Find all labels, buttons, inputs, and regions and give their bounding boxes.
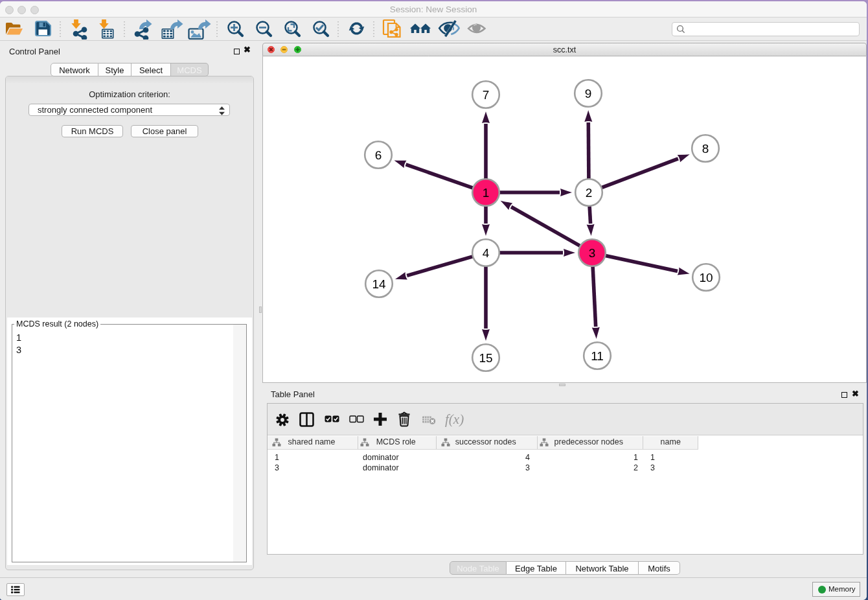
svg-text:9: 9 <box>585 87 592 100</box>
svg-text:7: 7 <box>483 88 490 102</box>
svg-text:4: 4 <box>483 246 490 260</box>
svg-text:14: 14 <box>372 277 386 291</box>
svg-text:3: 3 <box>589 246 596 260</box>
svg-text:1: 1 <box>483 186 490 200</box>
svg-text:2: 2 <box>586 186 593 200</box>
svg-text:f(x): f(x) <box>445 411 464 427</box>
svg-text:11: 11 <box>591 349 604 363</box>
svg-text:6: 6 <box>375 148 382 162</box>
svg-text:10: 10 <box>699 271 713 284</box>
svg-text:15: 15 <box>479 351 492 365</box>
svg-text:8: 8 <box>702 142 709 156</box>
